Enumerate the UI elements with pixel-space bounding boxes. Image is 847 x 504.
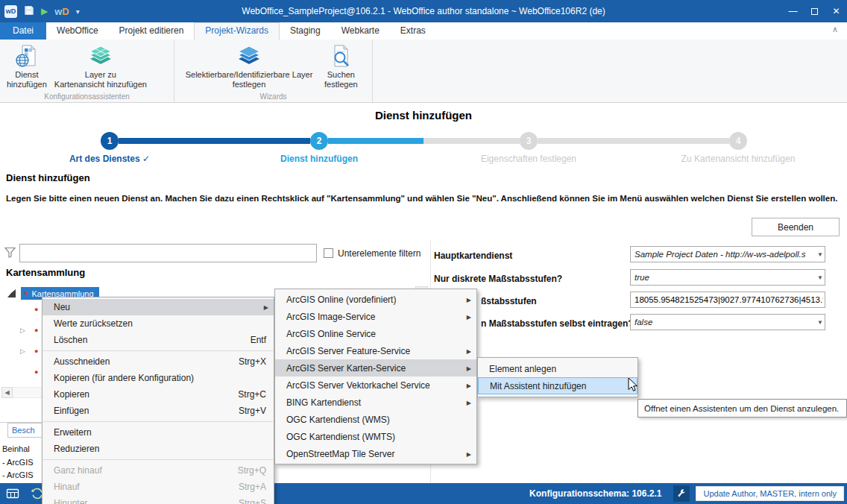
maximize-button[interactable] [804,0,825,22]
submenu-arrow-icon: ▶ [467,450,471,457]
chevron-down-icon[interactable]: ▼ [817,319,823,326]
diskrete-massstabsstufen-dropdown[interactable]: true ▼ [630,269,825,286]
tab-weboffice[interactable]: WebOffice [46,22,109,40]
app-icon[interactable]: wD [4,5,17,18]
ribbon-button-label: festlegen [324,80,358,89]
dropdown-value: Sample Project Daten - http://w-ws-adelp… [635,250,814,259]
tab-projekt-editieren[interactable]: Projekt editieren [109,22,195,40]
tree-node-icon[interactable]: ● [34,306,38,313]
menu-item-label: Mit Assistent hinzufügen [490,381,586,391]
submenu-item-ogc-kartendienst-wmts[interactable]: OGC Kartendienst (WMTS) [275,428,476,445]
tree-expander-icon[interactable]: ▷ [20,348,25,355]
filter-funnel-icon [4,246,16,261]
menu-item-label: OpenStreetMap Tile Server [286,449,394,459]
menu-item-erweitern[interactable]: Erweitern [42,424,274,441]
tab-projekt-wizards[interactable]: Projekt-Wizards [194,22,280,40]
menu-item-werte-zuruecksetzen[interactable]: Werte zurücksetzen [42,315,274,332]
scroll-left-button[interactable]: ◀ [1,387,13,398]
tree-expander-icon[interactable]: ▷ [20,327,25,334]
tree-node-icon[interactable]: ● [34,327,38,334]
layer-map-add-icon [89,44,113,68]
tab-webkarte[interactable]: Webkarte [331,22,390,40]
property-label-diskrete-massstabsstufen: Nur diskrete Maßstabsstufen? [434,274,562,284]
submenu-item-arcgis-image-service[interactable]: ArcGIS Image-Service ▶ [275,308,476,325]
submenu-item-arcgis-server-feature-service[interactable]: ArcGIS Server Feature-Service ▶ [275,342,476,359]
tab-extras[interactable]: Extras [390,22,436,40]
menu-item-label: Kopieren [54,389,89,400]
tree-root-expander-icon[interactable] [7,289,16,297]
menu-item-ausschneiden[interactable]: Ausschneiden Strg+X [42,353,274,370]
tab-datei[interactable]: Datei [0,22,46,40]
submenu-arrow-icon: ▶ [467,382,471,388]
menu-item-label: ArcGIS Online Service [286,329,376,339]
beenden-button[interactable]: Beenden [752,218,840,236]
tree-horizontal-scrollbar[interactable] [13,387,42,398]
ribbon-group-label: Konfigurationsassistenten [0,92,174,101]
submenu-item-mit-assistent-hinzufuegen[interactable]: Mit Assistent hinzufügen [478,377,637,394]
submenu-item-arcgis-server-vektorkachel-service[interactable]: ArcGIS Server Vektorkachel Service ▶ [275,377,476,394]
ribbon-button-suchen-festlegen[interactable]: Suchen festlegen [321,42,362,89]
submenu-item-arcgis-server-karten-service[interactable]: ArcGIS Server Karten-Service ▶ [275,359,476,377]
menu-item-einfuegen[interactable]: Einfügen Strg+V [42,403,274,419]
wizard-step-circle-1[interactable]: 1 [101,132,119,150]
unterelemente-filtern-checkbox[interactable] [324,248,333,258]
tree-node-icon[interactable]: ● [34,369,38,376]
filter-input[interactable] [19,244,317,262]
submenu-item-arcgis-online-vordefiniert[interactable]: ArcGIS Online (vordefiniert) ▶ [275,291,476,308]
ribbon-button-selektierbare-layer[interactable]: Selektierbare/Identifizierbare Layer fes… [177,42,321,89]
menu-item-reduzieren[interactable]: Reduzieren [42,441,274,457]
ribbon-button-label: Selektierbare/Identifizierbare Layer [186,70,313,80]
qat-dropdown-caret-icon[interactable]: ▾ [76,7,80,16]
menu-item-loeschen[interactable]: Löschen Entf [42,332,274,348]
wizard-step-label-1: Art des Dienstes ✓ [0,154,221,164]
page-title: Dienst hinzufügen [0,109,847,122]
menu-item-hinauf: Hinauf Strg+A [42,479,274,495]
menu-item-neu[interactable]: Neu ▶ [42,299,274,315]
close-button[interactable]: ✕ [825,0,847,22]
save-icon[interactable] [24,5,34,18]
submenu-item-bing-kartendienst[interactable]: BING Kartendienst ▶ [275,394,476,411]
menu-item-shortcut: Strg+A [224,482,266,492]
ribbon-collapse-icon[interactable]: ∧ [832,25,838,34]
tab-staging[interactable]: Staging [280,22,331,40]
submenu-item-arcgis-online-service[interactable]: ArcGIS Online Service [275,325,476,342]
run-project-icon[interactable]: ▶ [41,7,48,16]
submenu-item-element-anlegen[interactable]: Element anlegen [478,360,637,377]
configuration-schema-label: Konfigurationsschema: 106.2.1 [529,488,661,499]
ribbon-button-label: Kartenansicht hinzufügen [54,80,147,89]
hauptkartendienst-dropdown[interactable]: Sample Project Daten - http://w-ws-adelp… [630,246,825,262]
status-report-icon[interactable] [4,485,21,502]
menu-item-label: Hinauf [54,482,80,492]
update-author-button[interactable]: Update Author, MASTER, intern only [696,486,844,501]
menu-item-hinunter: Hinunter Strg+S [42,495,274,504]
menu-item-ganz-hinauf: Ganz hinauf Strg+Q [42,462,274,479]
wizard-step-label-2: Dienst hinzufügen [207,154,431,164]
chevron-down-icon[interactable]: ▼ [817,251,823,258]
dropdown-value: false [635,318,814,327]
wrench-icon[interactable] [673,485,690,502]
chevron-down-icon[interactable]: ▼ [817,274,823,281]
tree-node-icon[interactable]: ● [34,348,38,355]
menu-item-label: BING Kartendienst [286,397,361,408]
massstabsstufen-input[interactable]: 18055.954821525473|9027.977410762736|451… [630,292,825,308]
ribbon-button-layer-zu-kartenansicht[interactable]: Layer zu Kartenansicht hinzufügen [51,42,151,89]
minimize-button[interactable]: — [782,0,804,22]
wizard-step-circle-2[interactable]: 2 [310,132,328,150]
tree-panel-heading: Kartensammlung [6,267,85,278]
menu-item-label: Ganz hinauf [54,465,102,476]
menu-item-kopieren[interactable]: Kopieren Strg+C [42,386,274,403]
tooltip: Öffnet einen Assistenten um den Dienst a… [637,399,847,418]
dropdown-value: true [635,273,814,282]
submenu-arrow-icon: ▶ [467,347,471,354]
menu-item-label: Neu [54,302,70,312]
ribbon-group-konfigurationsassistenten: Dienst hinzufügen Layer zu Kartenansicht… [0,40,174,102]
ribbon-button-dienst-hinzufuegen[interactable]: Dienst hinzufügen [3,42,51,89]
submenu-item-ogc-kartendienst-wms[interactable]: OGC Kartendienst (WMS) [275,411,476,428]
selbst-eintragen-dropdown[interactable]: false ▼ [630,314,825,330]
submenu-item-openstreetmap-tile-server[interactable]: OpenStreetMap Tile Server ▶ [275,445,476,462]
menu-item-kopieren-fuer-andere-konfiguration[interactable]: Kopieren (für andere Konfiguration) [42,370,274,386]
tab-beschreibung[interactable]: Besch [7,423,42,438]
menu-item-label: Löschen [54,335,87,345]
context-menu: Neu ▶ Werte zurücksetzen Löschen Entf Au… [42,297,274,504]
ribbon-button-label: Dienst [15,70,38,80]
